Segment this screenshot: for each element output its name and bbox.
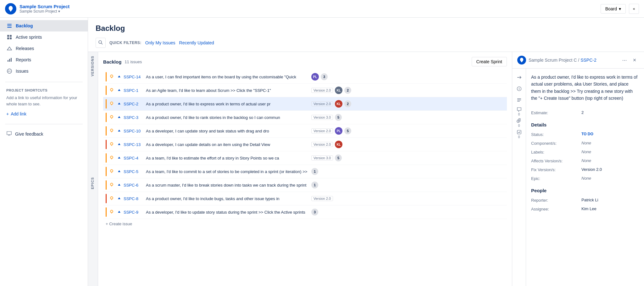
issue-key[interactable]: SSPC-4 — [124, 156, 144, 160]
project-sub[interactable]: Sample Scrum Project ▾ — [19, 9, 69, 14]
epic-value: None — [581, 176, 639, 181]
story-type-icon — [108, 114, 115, 121]
svg-point-19 — [110, 156, 113, 159]
version-badge: Version 2.0 — [311, 101, 333, 106]
svg-point-22 — [110, 197, 113, 199]
sidebar-item-releases[interactable]: Releases — [0, 43, 88, 54]
sidebar-item-issues[interactable]: Issues — [0, 65, 88, 77]
issue-key[interactable]: SSPC-13 — [124, 142, 144, 147]
epics-label[interactable]: EPICS — [88, 80, 98, 286]
comments-count: 0 — [518, 113, 520, 116]
issue-key[interactable]: SSPC-3 — [124, 115, 144, 120]
sidebar-item-label: Active sprints — [16, 35, 42, 40]
svg-rect-28 — [517, 101, 520, 102]
issue-row[interactable]: SSPC-3As a product owner, I'd like to ra… — [103, 111, 507, 124]
filter-recently-updated[interactable]: Recently Updated — [179, 40, 214, 45]
issue-summary: As a product owner, I'd like to express … — [146, 102, 309, 106]
fix-value: Version 2.0 — [581, 167, 639, 172]
create-issue-label: + Create issue — [106, 222, 132, 226]
issue-row[interactable]: SSPC-5As a team, I'd like to commit to a… — [103, 165, 507, 178]
detail-icon-description[interactable] — [514, 95, 524, 105]
sidebar-item-active-sprints[interactable]: Active sprints — [0, 31, 88, 43]
priority-bar — [106, 194, 107, 203]
versions-label[interactable]: VERSIONS — [88, 52, 98, 80]
priority-bar — [106, 72, 107, 81]
issue-row[interactable]: SSPC-4As a team, I'd like to estimate th… — [103, 151, 507, 165]
more-options-button[interactable]: ··· — [620, 56, 629, 64]
sidebar-shortcuts: PROJECT SHORTCUTS Add a link to useful i… — [0, 85, 88, 121]
status-value: TO DO — [581, 132, 639, 136]
add-link-button[interactable]: + Add link — [6, 110, 81, 118]
issues-icon — [6, 68, 13, 74]
issue-key[interactable]: SSPC-2 — [124, 102, 144, 106]
issue-key[interactable]: SSPC-5 — [124, 169, 144, 174]
filter-my-issues[interactable]: Only My Issues — [145, 40, 175, 45]
breadcrumb-issue-link[interactable]: SSPC-2 — [580, 58, 597, 63]
close-button[interactable]: × — [630, 56, 639, 64]
issue-row[interactable]: SSPC-13As a developer, I can update deta… — [103, 138, 507, 151]
feedback-button[interactable]: Give feedback — [0, 128, 88, 140]
priority-up-icon — [117, 74, 122, 79]
project-info: Sample Scrum Project Sample Scrum Projec… — [19, 4, 69, 14]
sidebar-item-reports[interactable]: Reports — [0, 54, 88, 65]
issue-row[interactable]: SSPC-1As an Agile team, I'd like to lear… — [103, 84, 507, 97]
version-badge: Version 3.0 — [311, 115, 333, 120]
detail-icon-check[interactable]: 0 — [514, 129, 524, 139]
sidebar-item-backlog[interactable]: Backlog — [0, 20, 88, 31]
top-nav: Sample Scrum Project Sample Scrum Projec… — [0, 0, 644, 18]
issue-key[interactable]: SSPC-9 — [124, 210, 144, 215]
epic-label: Epic: — [531, 176, 581, 181]
priority-up-icon — [117, 88, 122, 93]
story-type-icon — [108, 182, 115, 188]
issue-row[interactable]: SSPC-6As a scrum master, I'd like to bre… — [103, 178, 507, 192]
issue-summary: As a developer, I can update details on … — [146, 142, 309, 147]
create-sprint-button[interactable]: Create Sprint — [472, 57, 507, 66]
collapse-button[interactable]: « — [629, 4, 639, 14]
svg-rect-1 — [7, 25, 12, 26]
issue-key[interactable]: SSPC-14 — [124, 75, 144, 79]
story-type-icon — [108, 209, 115, 215]
page-title: Backlog — [96, 24, 636, 33]
detail-icon-comment[interactable]: 0 — [514, 106, 524, 116]
story-type-icon — [108, 74, 115, 80]
subtask-count: 5 — [335, 114, 342, 121]
issue-key[interactable]: SSPC-1 — [124, 88, 144, 93]
issue-key[interactable]: SSPC-8 — [124, 196, 144, 201]
avatar: PL — [335, 127, 342, 135]
issue-row[interactable]: SSPC-10As a developer, I can update stor… — [103, 124, 507, 138]
priority-up-icon — [117, 101, 122, 106]
backlog-title-group: Backlog 11 issues — [103, 59, 142, 64]
create-issue-row[interactable]: + Create issue — [103, 219, 507, 229]
assignee-field: Assignee: Kim Lee — [531, 205, 639, 213]
svg-rect-5 — [7, 37, 9, 39]
svg-point-14 — [110, 88, 113, 91]
issue-summary: As an Agile team, I'd like to learn abou… — [146, 88, 309, 93]
sidebar-nav: Backlog Active sprints — [0, 18, 88, 79]
priority-bar — [106, 99, 107, 109]
detail-icon-attach[interactable]: 0 — [514, 118, 524, 128]
detail-icon-link[interactable] — [514, 72, 524, 82]
issue-row[interactable]: SSPC-9As a developer, I'd like to update… — [103, 205, 507, 219]
shortcuts-title: PROJECT SHORTCUTS — [6, 88, 81, 92]
detail-estimate-section: Estimate: 2 — [531, 108, 639, 117]
issue-summary: As a developer, I'd like to update story… — [146, 210, 309, 215]
subtask-count: 5 — [335, 154, 342, 161]
svg-rect-4 — [10, 35, 12, 37]
board-button[interactable]: Board ▾ — [601, 4, 626, 14]
sidebar-item-label: Releases — [16, 46, 34, 51]
priority-up-icon — [117, 128, 122, 133]
avatar: KL — [335, 100, 342, 108]
issue-row[interactable]: SSPC-8As a product owner, I'd like to in… — [103, 192, 507, 205]
feedback-label: Give feedback — [15, 132, 43, 137]
issue-key[interactable]: SSPC-6 — [124, 183, 144, 188]
svg-point-20 — [110, 170, 113, 172]
epic-field: Epic: None — [531, 174, 639, 183]
svg-rect-27 — [517, 100, 521, 100]
issue-row[interactable]: SSPC-2As a product owner, I'd like to ex… — [103, 97, 507, 111]
search-button[interactable] — [96, 38, 106, 48]
priority-up-icon — [117, 169, 122, 174]
sidebar: Backlog Active sprints — [0, 18, 88, 286]
issue-row[interactable]: SSPC-14As a user, I can find important i… — [103, 70, 507, 84]
issue-key[interactable]: SSPC-10 — [124, 129, 144, 133]
detail-icon-info[interactable] — [514, 84, 524, 94]
